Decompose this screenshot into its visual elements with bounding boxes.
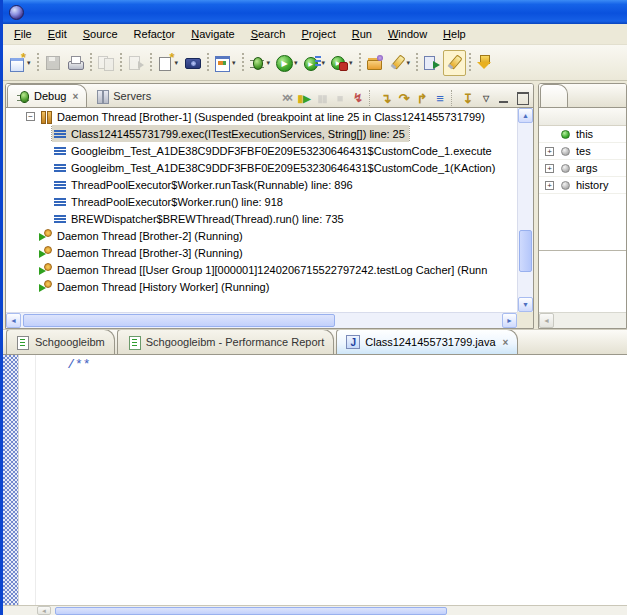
debug-tree-row[interactable]: Class1241455731799.exec(ITestExecutionSe… xyxy=(6,125,517,142)
dropdown-arrow-icon[interactable]: ▾ xyxy=(27,59,31,67)
tab-debug[interactable]: Debug× xyxy=(7,84,87,107)
new-wizard-button[interactable]: ▾ xyxy=(6,50,34,76)
disconnect-button[interactable] xyxy=(349,89,367,107)
step-over-button[interactable] xyxy=(395,89,413,107)
new-test-button[interactable]: ▾ xyxy=(154,50,182,76)
view-menu-button[interactable] xyxy=(477,89,495,107)
editor-tab-schgoogleibm[interactable]: Schgoogleibm xyxy=(6,329,115,354)
run-schedule-button[interactable]: ▾ xyxy=(301,50,329,76)
variable-expander[interactable]: + xyxy=(544,181,555,190)
print-button[interactable] xyxy=(64,50,87,76)
menu-navigate[interactable]: Navigate xyxy=(183,26,242,42)
annotation-ruler[interactable] xyxy=(3,355,19,605)
debug-vertical-scrollbar[interactable]: ▲ ▼ xyxy=(517,108,533,312)
scroll-right-button[interactable]: ► xyxy=(502,313,517,328)
dropdown-arrow-icon[interactable]: ▾ xyxy=(175,59,179,67)
editor-horizontal-scrollbar[interactable]: ◄ xyxy=(3,605,627,615)
scrollbar-thumb[interactable] xyxy=(23,314,335,327)
dropdown-arrow-icon[interactable]: ▾ xyxy=(294,59,298,67)
debug-tree-row[interactable]: ThreadPoolExecutor$Worker.runTask(Runnab… xyxy=(6,176,517,193)
close-icon[interactable]: × xyxy=(72,91,78,102)
menu-refactor[interactable]: Refactor xyxy=(126,26,184,42)
menu-search[interactable]: Search xyxy=(243,26,294,42)
menu-edit[interactable]: Edit xyxy=(40,26,75,42)
menu-run[interactable]: Run xyxy=(344,26,380,42)
marker-icon xyxy=(389,54,406,71)
drop-frame-button[interactable] xyxy=(459,89,477,107)
variables-detail-pane[interactable] xyxy=(539,250,626,312)
resume-button[interactable] xyxy=(295,89,313,107)
scroll-left-button[interactable]: ◄ xyxy=(539,313,554,328)
debug-tree-row[interactable]: −Daemon Thread [Brother-1] (Suspended (b… xyxy=(6,108,517,125)
dropdown-arrow-icon[interactable]: ▾ xyxy=(322,59,326,67)
debug-tree-row[interactable]: Googleibm_Test_A1DE38C9DDF3FBF0E209E5323… xyxy=(6,159,517,176)
title-bar[interactable] xyxy=(3,0,627,24)
run-stats-button[interactable]: ▾ xyxy=(328,50,356,76)
tree-expander[interactable]: − xyxy=(24,112,37,121)
debug-tree-row[interactable]: Googleibm_Test_A1DE38C9DDF3FBF0E209E5323… xyxy=(6,142,517,159)
scroll-left-button[interactable]: ◄ xyxy=(6,313,21,328)
expand-icon[interactable]: + xyxy=(545,164,554,173)
menu-help[interactable]: Help xyxy=(435,26,474,42)
step-filters-button[interactable] xyxy=(431,89,449,107)
scrollbar-thumb[interactable] xyxy=(55,607,447,615)
scroll-left-button[interactable]: ◄ xyxy=(37,606,51,615)
dropdown-arrow-icon[interactable]: ▾ xyxy=(232,59,236,67)
folding-ruler[interactable] xyxy=(19,355,36,605)
editor-tab-schgoogleibm-performance-report[interactable]: Schgoogleibm - Performance Report xyxy=(117,329,335,354)
variable-row-this[interactable]: this xyxy=(539,126,626,143)
variable-row-history[interactable]: +history xyxy=(539,177,626,194)
tab-variables[interactable] xyxy=(540,84,568,107)
tree-row-label: Daemon Thread [Brother-2] (Running) xyxy=(57,230,243,242)
step-into-button[interactable] xyxy=(377,89,395,107)
editor-tab-class1241455731799-java[interactable]: Class1241455731799.java× xyxy=(336,329,518,354)
code-line[interactable]: /** xyxy=(36,356,627,374)
scroll-up-button[interactable]: ▲ xyxy=(518,108,533,123)
expand-icon[interactable]: + xyxy=(545,147,554,156)
debug-horizontal-scrollbar[interactable]: ◄ ► xyxy=(6,312,517,328)
variable-row-args[interactable]: +args xyxy=(539,160,626,177)
step-return-button[interactable] xyxy=(413,89,431,107)
open-test-asset-button[interactable] xyxy=(363,50,386,76)
debug-tree-row[interactable]: BREWDispatcher$BREWThread(Thread).run() … xyxy=(6,210,517,227)
expand-icon[interactable]: + xyxy=(545,181,554,190)
minimize-button[interactable] xyxy=(495,89,513,107)
link-editor-button[interactable] xyxy=(420,50,443,76)
tab-servers[interactable]: Servers xyxy=(87,84,159,107)
record-test-button[interactable] xyxy=(181,50,204,76)
menu-source[interactable]: Source xyxy=(75,26,126,42)
scrollbar-thumb[interactable] xyxy=(519,230,532,272)
variable-expander[interactable]: + xyxy=(544,164,555,173)
code-lines[interactable]: /** xyxy=(36,355,627,605)
report-button[interactable]: ▾ xyxy=(211,50,239,76)
maximize-button[interactable] xyxy=(513,89,531,107)
dropdown-arrow-icon[interactable]: ▾ xyxy=(407,59,411,67)
dropdown-arrow-icon[interactable]: ▾ xyxy=(267,59,271,67)
menu-window[interactable]: Window xyxy=(380,26,435,42)
close-icon[interactable]: × xyxy=(503,337,509,348)
marker-button[interactable]: ▾ xyxy=(386,50,414,76)
toolbar-separator xyxy=(369,90,375,106)
debug-tree-row[interactable]: Daemon Thread [[User Group 1][000001]124… xyxy=(6,261,517,278)
variable-icon xyxy=(561,181,570,190)
toolbar-separator xyxy=(466,52,473,74)
menu-file[interactable]: File xyxy=(6,26,40,42)
highlight-button[interactable] xyxy=(443,50,466,76)
dropdown-arrow-icon[interactable]: ▾ xyxy=(349,59,353,67)
debug-tree-row[interactable]: Daemon Thread [Brother-2] (Running) xyxy=(6,227,517,244)
variables-name-column-header[interactable] xyxy=(539,108,626,126)
run-button[interactable]: ▾ xyxy=(273,50,301,76)
variable-expander[interactable]: + xyxy=(544,147,555,156)
scroll-down-button[interactable]: ▼ xyxy=(518,297,533,312)
menu-project[interactable]: Project xyxy=(294,26,344,42)
variable-row-tes[interactable]: +tes xyxy=(539,143,626,160)
debug-tree-row[interactable]: Daemon Thread [History Worker] (Running) xyxy=(6,278,517,295)
collapse-icon[interactable]: − xyxy=(26,112,35,121)
import-log-button[interactable] xyxy=(473,50,496,76)
variables-horizontal-scrollbar[interactable]: ◄ xyxy=(539,312,626,328)
test-suite-icon xyxy=(16,335,30,349)
debug-tree-row[interactable]: ThreadPoolExecutor$Worker.run() line: 91… xyxy=(6,193,517,210)
debug-tree-row[interactable]: Daemon Thread [Brother-3] (Running) xyxy=(6,244,517,261)
remove-terminated-button[interactable] xyxy=(277,89,295,107)
debug-button[interactable]: ▾ xyxy=(246,50,274,76)
